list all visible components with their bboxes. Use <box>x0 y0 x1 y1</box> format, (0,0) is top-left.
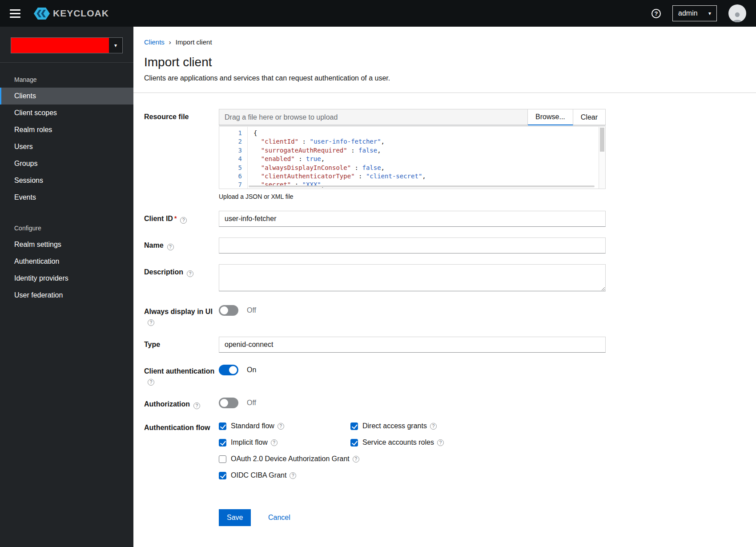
description-label-text: Description <box>144 268 183 276</box>
checkbox-oauth-2-0-device-authorization-grant[interactable]: OAuth 2.0 Device Authorization Grant? <box>219 455 359 463</box>
browse-button[interactable]: Browse... <box>528 109 573 125</box>
help-icon[interactable]: ? <box>180 217 187 224</box>
help-icon[interactable]: ? <box>430 423 437 430</box>
checkbox-implicit-flow[interactable]: Implicit flow? <box>219 438 350 446</box>
page-header: Clients › Import client Import client Cl… <box>133 27 756 82</box>
checkbox-oidc-ciba-grant[interactable]: OIDC CIBA Grant? <box>219 471 296 479</box>
code-token: : <box>355 173 366 180</box>
form-actions-row: Save Cancel <box>144 509 745 526</box>
code-line: "alwaysDisplayInConsole" : false, <box>253 164 605 172</box>
help-icon[interactable]: ? <box>651 9 661 18</box>
checkbox-service-accounts-roles[interactable]: Service accounts roles? <box>350 438 482 446</box>
help-icon[interactable]: ? <box>353 456 359 463</box>
checkbox-box[interactable] <box>219 439 226 446</box>
name-label-text: Name <box>144 241 164 249</box>
help-icon[interactable]: ? <box>193 402 200 409</box>
brand-logo: KEYCLOAK <box>34 8 109 20</box>
sidebar-item-realm-roles[interactable]: Realm roles <box>0 121 133 138</box>
realm-selector-dropdown[interactable]: ▾ <box>11 37 123 53</box>
editor-vertical-scrollbar[interactable] <box>599 127 605 189</box>
breadcrumb-link-clients[interactable]: Clients <box>144 38 165 46</box>
code-line-number: 1 <box>219 129 242 137</box>
chevron-down-icon: ▾ <box>708 10 711 16</box>
always-display-label-text: Always display in UI <box>144 308 213 315</box>
code-token <box>253 147 261 154</box>
client-authentication-toggle[interactable] <box>219 365 238 375</box>
authentication-flow-row: Authentication flow Standard flow?Direct… <box>144 420 745 488</box>
auth-flow-row: OAuth 2.0 Device Authorization Grant? <box>219 455 606 463</box>
scrollbar-thumb[interactable] <box>600 128 604 152</box>
client-id-input[interactable] <box>219 211 606 227</box>
sidebar-item-client-scopes[interactable]: Client scopes <box>0 105 133 121</box>
code-token: "secret" <box>261 181 291 188</box>
help-icon[interactable]: ? <box>290 472 296 479</box>
type-label: Type <box>144 337 219 349</box>
code-line-number: 6 <box>219 172 242 181</box>
code-editor[interactable]: 1234567 { "clientId" : "user-info-fetche… <box>219 126 606 189</box>
sidebar-item-users[interactable]: Users <box>0 138 133 155</box>
user-silhouette-icon <box>732 11 743 22</box>
sidebar-item-sessions[interactable]: Sessions <box>0 172 133 189</box>
checkbox-label: OAuth 2.0 Device Authorization Grant <box>231 455 350 463</box>
sidebar-item-authentication[interactable]: Authentication <box>0 253 133 270</box>
checkbox-box[interactable] <box>219 422 226 430</box>
checkbox-box[interactable] <box>350 439 358 446</box>
help-icon[interactable]: ? <box>148 379 154 386</box>
authorization-row: Authorization? Off <box>144 396 745 409</box>
avatar[interactable] <box>728 4 746 22</box>
name-input[interactable] <box>219 237 606 253</box>
sidebar-item-events[interactable]: Events <box>0 189 133 206</box>
code-token: , <box>381 164 385 171</box>
code-token: "user-info-fetcher" <box>310 138 381 145</box>
nav-toggle-icon[interactable] <box>10 9 20 18</box>
description-row: Description? <box>144 264 745 293</box>
sidebar-item-user-federation[interactable]: User federation <box>0 287 133 304</box>
help-icon[interactable]: ? <box>271 439 277 446</box>
file-upload: Browse... Clear <box>219 109 606 125</box>
checkbox-box[interactable] <box>219 455 226 463</box>
sidebar-item-realm-settings[interactable]: Realm settings <box>0 236 133 253</box>
auth-flow-row: OIDC CIBA Grant? <box>219 471 606 479</box>
type-input[interactable] <box>219 337 606 353</box>
code-line: "enabled" : true, <box>253 155 605 163</box>
auth-flow-row: Implicit flow?Service accounts roles? <box>219 438 606 446</box>
cancel-button[interactable]: Cancel <box>268 514 290 522</box>
checkbox-standard-flow[interactable]: Standard flow? <box>219 422 350 430</box>
masthead: KEYCLOAK ? admin ▾ <box>0 0 756 27</box>
toggle-state-label: Off <box>247 399 256 407</box>
sidebar-item-groups[interactable]: Groups <box>0 155 133 172</box>
file-upload-input[interactable] <box>219 109 528 125</box>
client-id-label-text: Client ID <box>144 215 173 222</box>
code-line: "surrogateAuthRequired" : false, <box>253 146 605 155</box>
code-token: "enabled" <box>261 155 295 162</box>
sidebar-item-identity-providers[interactable]: Identity providers <box>0 270 133 287</box>
client-id-label: Client ID*? <box>144 211 219 224</box>
breadcrumb-separator-icon: › <box>169 38 171 46</box>
clear-button[interactable]: Clear <box>573 109 606 125</box>
authorization-toggle[interactable] <box>219 398 238 408</box>
checkbox-box[interactable] <box>219 472 226 479</box>
help-icon[interactable]: ? <box>437 439 444 446</box>
editor-horizontal-scrollbar[interactable] <box>249 185 595 187</box>
main-content: Clients › Import client Import client Cl… <box>133 27 756 547</box>
sidebar-item-clients[interactable]: Clients <box>0 88 133 105</box>
help-icon[interactable]: ? <box>187 270 193 277</box>
code-token: false <box>362 164 381 171</box>
code-token: : <box>295 155 306 162</box>
help-icon[interactable]: ? <box>167 244 174 250</box>
client-authentication-label: Client authentication? <box>144 363 219 386</box>
user-menu-dropdown[interactable]: admin ▾ <box>672 5 717 21</box>
upload-helper-text: Upload a JSON or XML file <box>219 193 606 200</box>
code-token: "clientAuthenticatorType" <box>261 173 355 180</box>
description-textarea[interactable] <box>219 264 606 291</box>
code-line-number: 4 <box>219 155 242 163</box>
resource-file-label: Resource file <box>144 109 219 121</box>
code-line: "secret" : "XXX", <box>253 181 605 189</box>
always-display-toggle[interactable] <box>219 305 238 316</box>
checkbox-box[interactable] <box>350 422 358 430</box>
save-button[interactable]: Save <box>219 509 251 526</box>
chevron-down-icon[interactable]: ▾ <box>109 38 122 53</box>
checkbox-direct-access-grants[interactable]: Direct access grants? <box>350 422 482 430</box>
help-icon[interactable]: ? <box>277 423 284 430</box>
help-icon[interactable]: ? <box>148 319 154 326</box>
